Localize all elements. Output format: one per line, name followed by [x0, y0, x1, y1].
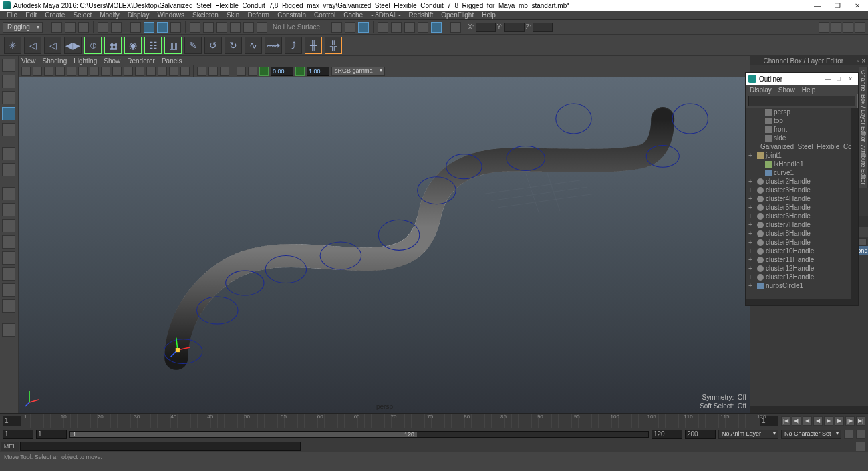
step-back-key-button[interactable]: ◀| [792, 416, 801, 426]
near-clip-input[interactable] [271, 67, 293, 76]
shelf-mirror-icon[interactable]: ◀▶ [64, 37, 82, 54]
select-mask-button[interactable] [170, 22, 181, 33]
shelf-detach-icon[interactable]: ⤴ [285, 37, 302, 54]
anim-start-input[interactable] [3, 430, 33, 439]
z-input[interactable] [533, 23, 553, 32]
menu-deform[interactable]: Deform [243, 11, 273, 19]
new-scene-button[interactable] [51, 22, 62, 33]
outliner-item[interactable]: +cluster4Handle [746, 194, 851, 203]
current-frame-field-left[interactable] [3, 416, 21, 426]
vp-gamma-icon[interactable] [248, 67, 257, 76]
menu-windows[interactable]: Windows [153, 11, 188, 19]
outliner-item[interactable]: ikHandle1 [746, 160, 851, 168]
outliner-item[interactable]: +cluster13Handle [746, 273, 851, 281]
panel-layout-3-button[interactable] [404, 22, 415, 33]
menu-constrain[interactable]: Constrain [273, 11, 310, 19]
script-language-toggle[interactable]: MEL [1, 442, 19, 451]
rotate-tool[interactable] [2, 123, 15, 136]
menu-openflight[interactable]: OpenFlight [437, 11, 478, 19]
panel-layout-5-button[interactable] [431, 22, 442, 33]
outliner-item[interactable]: persp [746, 108, 851, 116]
outliner-close-button[interactable]: × [849, 75, 855, 82]
shelf-lattice-icon[interactable]: ▦ [104, 37, 122, 54]
minimize-button[interactable]: — [813, 1, 821, 9]
vp-lock-camera-icon[interactable] [33, 67, 42, 76]
outliner-menu-show[interactable]: Show [778, 86, 795, 94]
maximize-button[interactable]: ❐ [833, 1, 841, 9]
menu-edit[interactable]: Edit [21, 11, 41, 19]
shelf-snap-edge-icon[interactable]: ◁ [24, 37, 41, 54]
vp-safe-title-icon[interactable] [124, 67, 133, 76]
snap-plane-button[interactable] [230, 22, 241, 33]
vp-near-clip-icon[interactable] [259, 67, 269, 76]
vp-menu-panels[interactable]: Panels [162, 57, 182, 65]
vp-textured-icon[interactable] [158, 67, 167, 76]
menu-select[interactable]: Select [69, 11, 96, 19]
select-hierarchy-button[interactable] [130, 22, 141, 33]
menu-control[interactable]: Control [310, 11, 339, 19]
vp-menu-renderer[interactable]: Renderer [127, 57, 155, 65]
menu-create[interactable]: Create [41, 11, 69, 19]
outliner-item[interactable]: Galvanized_Steel_Flexible_Conduit [746, 142, 851, 151]
character-set-select[interactable]: No Character Set [781, 430, 841, 439]
vp-menu-show[interactable]: Show [104, 57, 120, 65]
shelf-ik-spline-icon[interactable]: ╬ [325, 37, 342, 54]
toggle-attr-editor-button[interactable] [819, 22, 829, 33]
construction-history-button[interactable] [331, 22, 342, 33]
three-pane-layout[interactable] [2, 235, 15, 249]
panel-layout-1-button[interactable] [378, 22, 388, 33]
outliner-item[interactable]: +cluster11Handle [746, 255, 851, 264]
custom-layout[interactable] [2, 323, 15, 337]
outliner-item[interactable]: side [746, 134, 851, 142]
vp-menu-lighting[interactable]: Lighting [74, 57, 97, 65]
menu-3dtoall[interactable]: - 3DtoAll - [367, 11, 404, 19]
last-tool[interactable] [2, 163, 15, 176]
shelf-ik-handle-icon[interactable]: ╫ [305, 37, 322, 54]
shelf-bind-icon[interactable]: ⟿ [265, 37, 282, 54]
outliner-item[interactable]: +cluster2Handle [746, 177, 851, 186]
menu-modify[interactable]: Modify [96, 11, 123, 19]
vp-gate-mask-icon[interactable] [90, 67, 99, 76]
module-selector[interactable]: Rigging [3, 22, 43, 33]
panel-close-icon[interactable]: × [861, 57, 865, 65]
menu-skin[interactable]: Skin [223, 11, 243, 19]
snap-point-button[interactable] [216, 22, 227, 33]
outliner-titlebar[interactable]: Outliner — □ × [746, 73, 858, 85]
vp-shadows-icon[interactable] [180, 67, 190, 76]
panel-layout-4-button[interactable] [418, 22, 428, 33]
outliner-window[interactable]: Outliner — □ × Display Show Help perspto… [745, 72, 859, 306]
vp-camera-select-icon[interactable] [21, 67, 31, 76]
vp-xray-icon[interactable] [208, 67, 218, 76]
outliner-search-input[interactable] [748, 96, 855, 106]
playback-end-input[interactable] [652, 430, 682, 439]
y-input[interactable] [504, 23, 525, 32]
shelf-sculpt-icon[interactable]: ↻ [225, 37, 242, 54]
vp-safe-action-icon[interactable] [112, 67, 122, 76]
anim-end-input[interactable] [685, 430, 716, 439]
vp-lights-icon[interactable] [169, 67, 178, 76]
step-forward-key-button[interactable]: |▶ [845, 416, 855, 426]
shelf-paint-weights-icon[interactable]: ✎ [184, 37, 202, 54]
snap-curve-button[interactable] [203, 22, 214, 33]
vp-far-clip-icon[interactable] [295, 67, 305, 76]
shelf-wrap-icon[interactable]: ▥ [164, 37, 182, 54]
vp-isolate-icon[interactable] [197, 67, 206, 76]
hypershade-layout[interactable] [2, 299, 15, 313]
shelf-snap-vertex-icon[interactable]: ◁ [44, 37, 61, 54]
outliner-layout[interactable] [2, 251, 15, 265]
shelf-wire-icon[interactable]: ☷ [144, 37, 162, 54]
time-slider[interactable]: 1102030404550556065707580859095100105110… [0, 413, 868, 428]
outliner-item[interactable]: +cluster8Handle [746, 229, 851, 238]
vp-wireframe-icon[interactable] [135, 67, 144, 76]
vp-resolution-gate-icon[interactable] [78, 67, 88, 76]
outliner-item[interactable]: +cluster12Handle [746, 264, 851, 273]
range-slider-thumb[interactable]: 1 120 [70, 432, 417, 437]
anim-prefs-button[interactable] [856, 430, 865, 439]
layer-new-selected-icon[interactable] [857, 238, 867, 246]
ipr-render-button[interactable] [358, 22, 369, 33]
outliner-hscroll[interactable] [746, 299, 858, 305]
two-pane-layout[interactable] [2, 219, 15, 232]
undo-button[interactable] [98, 22, 108, 33]
vp-xray-joints-icon[interactable] [220, 67, 229, 76]
play-forward-button[interactable]: ▶ [824, 416, 833, 426]
